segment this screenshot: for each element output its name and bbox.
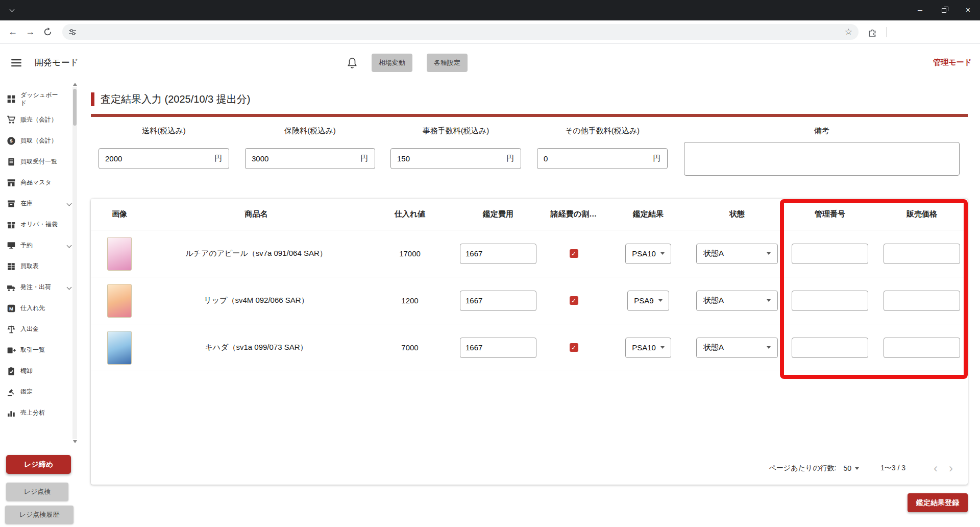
- table-empty-space: [91, 371, 968, 452]
- sidebar-item-appraisal[interactable]: 鑑定: [0, 381, 78, 402]
- sidebar-item-dashboard[interactable]: ダッシュボード: [0, 88, 78, 109]
- menu-button[interactable]: [11, 59, 21, 67]
- rows-per-page-select[interactable]: 50: [843, 464, 859, 472]
- shipping-fee-input[interactable]: [99, 154, 214, 163]
- dropdown-arrow-icon: [767, 299, 771, 302]
- sidebar-item-cash-flow[interactable]: 入出金: [0, 319, 78, 340]
- currency-unit: 円: [214, 154, 229, 163]
- condition-select[interactable]: 状態A: [696, 291, 778, 311]
- sidebar-item-stocktaking[interactable]: 棚卸: [0, 361, 78, 381]
- handling-fee-input[interactable]: [391, 154, 506, 163]
- scrollbar-thumb[interactable]: [73, 89, 77, 126]
- title-accent-bar: [91, 92, 94, 106]
- sidebar-item-purchase-reception-list[interactable]: 買取受付一覧: [0, 151, 78, 172]
- control-number-input[interactable]: [792, 291, 868, 311]
- register-inspect-button[interactable]: レジ点検: [6, 483, 68, 501]
- restore-button[interactable]: [932, 0, 956, 20]
- market-change-button[interactable]: 相場変動: [372, 54, 412, 72]
- column-header-expense-allocation: 諸経費の割…: [551, 209, 597, 219]
- product-name: リップ（sv4M 092/066 SAR）: [200, 296, 312, 305]
- settings-button[interactable]: 各種設定: [427, 54, 468, 72]
- grade-select[interactable]: PSA10: [625, 244, 671, 264]
- gavel-icon: [7, 388, 16, 397]
- remarks-input[interactable]: [684, 142, 960, 176]
- sidebar-item-product-master[interactable]: 商品マスタ: [0, 172, 78, 193]
- register-inspect-history-button[interactable]: レジ点検履歴: [5, 506, 74, 524]
- register-close-button[interactable]: レジ締め: [6, 455, 71, 474]
- appraisal-fee-input[interactable]: [460, 291, 536, 311]
- forward-button[interactable]: →: [21, 27, 39, 37]
- sidebar-item-inventory[interactable]: 在庫: [0, 193, 78, 214]
- sale-price-input[interactable]: [884, 291, 960, 311]
- notifications-button[interactable]: [347, 57, 357, 68]
- restore-icon: [942, 8, 946, 13]
- dropdown-arrow-icon: [767, 252, 771, 255]
- expense-allocation-checkbox[interactable]: ✓: [570, 343, 578, 352]
- expense-allocation-checkbox[interactable]: ✓: [570, 296, 578, 305]
- card-thumbnail: [107, 237, 132, 271]
- currency-unit: 円: [506, 154, 521, 163]
- red-divider: [91, 114, 968, 117]
- appraisal-fee-input[interactable]: [460, 338, 536, 358]
- shipping-fee-label: 送料(税込み): [99, 126, 229, 136]
- bookmark-star-icon[interactable]: ☆: [845, 27, 852, 37]
- sidebar-item-sales-analysis[interactable]: 売上分析: [0, 402, 78, 423]
- handling-fee-field: 事務手数料(税込み) 円: [390, 126, 521, 169]
- cart-icon: [7, 115, 16, 125]
- truck-icon: [7, 283, 16, 292]
- column-header-sale-price: 販売価格: [906, 209, 937, 219]
- previous-page-button[interactable]: ‹: [928, 461, 943, 475]
- grade-select[interactable]: PSA10: [625, 338, 671, 358]
- reload-button[interactable]: [39, 28, 56, 36]
- submit-appraisal-button[interactable]: 鑑定結果登録: [908, 493, 968, 512]
- column-header-product-name: 商品名: [245, 209, 268, 219]
- insurance-fee-label: 保険料(税込み): [245, 126, 375, 136]
- scroll-up-arrow-icon[interactable]: [73, 83, 77, 86]
- extensions-button[interactable]: [868, 28, 877, 37]
- close-button[interactable]: ×: [956, 0, 980, 20]
- next-page-button[interactable]: ›: [943, 461, 959, 475]
- sidebar-scrollbar[interactable]: [72, 81, 78, 445]
- sidebar-item-order-shipping[interactable]: 発注・出荷: [0, 277, 78, 298]
- bar-chart-icon: [7, 409, 16, 418]
- back-button[interactable]: ←: [4, 27, 21, 37]
- dropdown-arrow-icon: [660, 252, 665, 255]
- export-icon: [7, 346, 16, 355]
- column-header-cost: 仕入れ値: [395, 209, 425, 219]
- tab-search-button[interactable]: [5, 4, 18, 17]
- admin-mode-link[interactable]: 管理モード: [933, 58, 972, 67]
- site-settings-icon[interactable]: [68, 28, 77, 36]
- minimize-button[interactable]: –: [908, 0, 932, 20]
- chevron-down-icon: [67, 243, 72, 248]
- other-fee-input[interactable]: [537, 154, 653, 163]
- sidebar-item-reservation[interactable]: 予約: [0, 235, 78, 256]
- sale-price-input[interactable]: [884, 244, 960, 264]
- sidebar-item-transaction-list[interactable]: 取引一覧: [0, 340, 78, 361]
- sidebar-item-purchase-accounting[interactable]: $ 買取（会計）: [0, 130, 78, 151]
- sale-price-input[interactable]: [884, 338, 960, 358]
- sidebar-item-oripa-fukubukuro[interactable]: オリパ・福袋: [0, 214, 78, 235]
- table-row: ルチアのアピール（sv7a 091/064 SAR） 17000 ✓ PSA10…: [91, 230, 968, 277]
- grade-select[interactable]: PSA9: [627, 291, 669, 311]
- check-icon: ✓: [571, 251, 576, 257]
- sidebar-item-purchase-price-list[interactable]: 買取表: [0, 256, 78, 277]
- appraisal-fee-input[interactable]: [460, 244, 536, 264]
- insurance-fee-input[interactable]: [246, 154, 360, 163]
- control-number-input[interactable]: [792, 244, 868, 264]
- reload-icon: [43, 28, 52, 36]
- currency-unit: 円: [653, 154, 667, 163]
- scroll-down-arrow-icon[interactable]: [73, 440, 77, 443]
- scales-icon: [7, 325, 16, 334]
- condition-select[interactable]: 状態A: [696, 244, 778, 264]
- address-bar[interactable]: ☆: [62, 24, 859, 40]
- control-number-input[interactable]: [792, 338, 868, 358]
- product-name: キハダ（sv1a 099/073 SAR）: [201, 343, 311, 352]
- condition-select[interactable]: 状態A: [696, 338, 778, 358]
- window-controls: – ×: [908, 0, 980, 20]
- sidebar-item-supplier[interactable]: M 仕入れ先: [0, 298, 78, 319]
- card-thumbnail: [107, 284, 132, 318]
- main-content: 査定結果入力 (2025/10/3 提出分) 送料(税込み) 円 保険料(税込み…: [78, 81, 980, 527]
- sidebar-item-sales-accounting[interactable]: 販売（会計）: [0, 109, 78, 130]
- scrollbar-track[interactable]: [72, 87, 77, 439]
- expense-allocation-checkbox[interactable]: ✓: [570, 249, 578, 258]
